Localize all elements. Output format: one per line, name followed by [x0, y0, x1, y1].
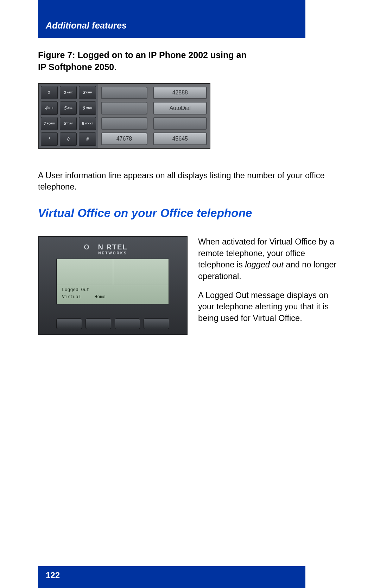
keypad-digits: 1 2ABC 3DEF 4GHI 5JKL 6MNO 7PQRS 8TUV 9W… [39, 84, 98, 148]
phone-softkey-2[interactable] [86, 318, 111, 329]
keypad-key-9[interactable]: 9WXYZ [79, 117, 96, 130]
key-digit: 6 [83, 106, 85, 111]
right-paragraph-2: A Logged Out message displays on your te… [198, 290, 342, 324]
key-letters: PQRS [47, 122, 55, 125]
keypad-key-3[interactable]: 3DEF [79, 86, 96, 99]
figure7-softphone-keypad: 1 2ABC 3DEF 4GHI 5JKL 6MNO 7PQRS 8TUV 9W… [38, 83, 210, 149]
key-letters: GHI [48, 106, 53, 110]
key-digit: 7 [44, 121, 46, 126]
screen-text-softkeys: VirtualHome [62, 294, 106, 299]
keypad-key-2[interactable]: 2ABC [60, 86, 77, 99]
keypad-key-5[interactable]: 5JKL [60, 101, 77, 115]
softkey-right-4[interactable]: 45645 [153, 132, 207, 145]
right-paragraph-1: When activated for Virtual Office by a r… [198, 236, 342, 282]
header-title: Additional features [46, 20, 127, 31]
keypad-key-4[interactable]: 4GHI [41, 101, 58, 115]
key-letters: DEF [86, 91, 92, 94]
footer-bar: 122 [38, 566, 305, 588]
key-letters: WXYZ [85, 122, 93, 125]
keypad-key-8[interactable]: 8TUV [60, 117, 77, 130]
key-digit: 0 [67, 137, 70, 142]
phone-softkey-4[interactable] [144, 318, 169, 329]
key-digit: 9 [82, 121, 84, 126]
screen-divider-horizontal [57, 285, 169, 285]
page-content: Figure 7: Logged on to an IP Phone 2002 … [38, 0, 342, 335]
softkey-column-right: 42888 AutoDial 45645 [150, 84, 210, 148]
screen-text-logged-out: Logged Out [62, 287, 89, 292]
screen-softkey-virtual: Virtual [62, 294, 81, 299]
right-text-column: When activated for Virtual Office by a r… [198, 236, 342, 332]
nortel-logo: N RTEL NETWORKS [39, 243, 187, 255]
nortel-globe-icon [84, 245, 89, 249]
key-digit: 5 [64, 106, 66, 111]
softkey-mid-3[interactable] [101, 117, 148, 130]
key-letters: JKL [67, 106, 72, 110]
section-heading-virtual-office: Virtual Office on your Office telephone [38, 206, 342, 220]
keypad-key-6[interactable]: 6MNO [79, 101, 96, 115]
phone-softkey-row [56, 318, 169, 329]
softkey-mid-4[interactable]: 47678 [101, 132, 148, 145]
body-paragraph-1: A User information line appears on all d… [38, 170, 342, 193]
brand-sub-text: NETWORKS [39, 251, 187, 255]
key-letters: TUV [67, 122, 73, 125]
softkey-label: AutoDial [169, 105, 190, 111]
softkey-right-3[interactable] [153, 117, 207, 130]
keypad-key-star[interactable]: * [41, 132, 58, 146]
screen-softkey-home: Home [95, 294, 106, 299]
emphasis-logged-out: logged out [245, 260, 284, 269]
key-digit: 1 [48, 90, 50, 95]
key-digit: 3 [83, 90, 86, 95]
keypad-key-hash[interactable]: # [79, 132, 96, 146]
key-digit: * [49, 137, 50, 142]
softkey-label: 42888 [172, 89, 188, 96]
nortel-phone-figure: N RTEL NETWORKS Logged Out VirtualHome [38, 236, 188, 335]
softkey-label: 47678 [116, 136, 132, 142]
document-page: Additional features Figure 7: Logged on … [0, 0, 380, 588]
key-letters: ABC [67, 91, 73, 94]
phone-softkey-3[interactable] [115, 318, 140, 329]
softkey-column-mid: 47678 [98, 84, 151, 148]
brand-top-text: N RTEL [98, 243, 127, 251]
header-bar: Additional features [38, 0, 305, 38]
keypad-key-0[interactable]: 0 [60, 132, 77, 146]
softkey-right-2[interactable]: AutoDial [153, 102, 207, 114]
key-letters: MNO [86, 106, 92, 110]
key-digit: # [86, 137, 89, 142]
phone-lcd-screen: Logged Out VirtualHome [56, 259, 169, 304]
key-digit: 8 [64, 121, 66, 126]
softkey-label: 45645 [172, 136, 188, 142]
keypad-key-7[interactable]: 7PQRS [41, 117, 58, 130]
figure7-caption: Figure 7: Logged on to an IP Phone 2002 … [38, 49, 298, 73]
keypad-key-1[interactable]: 1 [41, 86, 58, 99]
phone-softkey-1[interactable] [56, 318, 82, 329]
key-digit: 4 [45, 106, 48, 111]
softkey-right-1[interactable]: 42888 [153, 87, 207, 99]
softkey-mid-1[interactable] [101, 87, 148, 99]
two-column-layout: N RTEL NETWORKS Logged Out VirtualHome [38, 236, 342, 335]
key-digit: 2 [64, 90, 66, 95]
softkey-mid-2[interactable] [101, 102, 148, 114]
page-number: 122 [46, 570, 60, 580]
screen-divider-vertical [113, 259, 113, 285]
